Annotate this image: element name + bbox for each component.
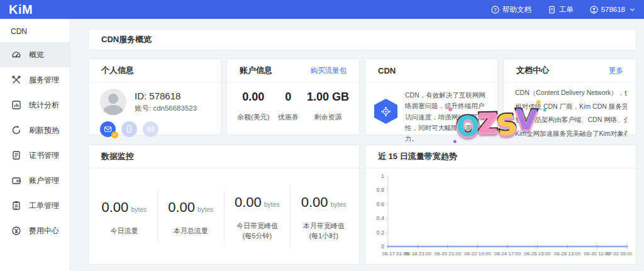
doc-link-item[interactable]: 相对传统 CDN 厂商，Kim CDN 服务完全实现全自... [515, 103, 627, 110]
ticket-label: 工单 [559, 5, 574, 14]
certificate-icon [11, 150, 21, 160]
avatar [100, 89, 126, 115]
sidebar-item-label: 概览 [29, 50, 44, 60]
buy-traffic-pack-link[interactable]: 购买流量包 [311, 66, 347, 75]
more-docs-link[interactable]: 更多 [609, 66, 623, 75]
coupon-value: 0 [273, 91, 303, 104]
svg-text:06-26 15:00: 06-26 15:00 [524, 251, 551, 257]
trend-chart-title: 近 15 日流量带宽趋势 [378, 151, 457, 162]
email-verified-icon[interactable]: ✓ [100, 121, 116, 137]
doc-center-title: 文档中心 [516, 65, 549, 76]
month-peak-sublabel: (每1小时) [291, 231, 357, 241]
user-menu[interactable]: 578618 [590, 6, 635, 14]
phone-icon[interactable] [121, 121, 137, 137]
sidebar-item-service-mgmt[interactable]: 服务管理 [0, 67, 70, 92]
sidebar-item-refresh[interactable]: 刷新预热 [0, 118, 70, 143]
svg-text:1: 1 [381, 173, 384, 179]
user-account-text: 账号: cdn56683523 [135, 104, 197, 113]
sidebar-item-label: 工单管理 [29, 201, 59, 211]
remaining-resource-value: 1.00 GB [307, 91, 349, 104]
today-peak-value: 0.00 [235, 194, 262, 210]
coupon-label: 优惠券 [273, 113, 303, 122]
sidebar-item-overview[interactable]: 概览 [0, 42, 70, 67]
svg-text:06-22 19:00: 06-22 19:00 [464, 251, 491, 257]
svg-text:06-18 23:00: 06-18 23:00 [404, 251, 431, 257]
question-circle-icon: ? [491, 6, 499, 14]
top-header: KiM ? 帮助文档 工单 578618 [0, 0, 644, 19]
svg-text:07-02 09:00: 07-02 09:00 [606, 251, 632, 257]
month-peak-value: 0.00 [301, 194, 328, 210]
ticket-button[interactable]: 工单 [548, 5, 574, 14]
doc-center-card: 文档中心 更多 CDN（Content Delivery Network），也即… [503, 58, 636, 135]
sidebar-item-label: 账户管理 [29, 175, 59, 186]
month-traffic-stat: 0.00bytes 本月总流量 [158, 191, 225, 243]
sidebar-section-label: CDN [0, 19, 70, 42]
data-monitor-card: 数据监控 0.00bytes 今日流量 0.00bytes 本月总流量 0.00… [88, 145, 360, 265]
svg-text:06-28 13:00: 06-28 13:00 [554, 251, 581, 257]
svg-text:0.4: 0.4 [376, 215, 384, 221]
svg-text:?: ? [494, 7, 497, 13]
balance-stat: 0.00 余额(美元) [237, 91, 269, 122]
balance-label: 余额(美元) [237, 113, 269, 122]
today-traffic-stat: 0.00bytes 今日流量 [91, 191, 158, 243]
month-traffic-value: 0.00 [168, 199, 195, 215]
doc-link-item[interactable]: 整个产品架构由客户端、CDN 网络、企业源站、... [515, 116, 627, 123]
sidebar-item-label: 刷新预热 [29, 125, 59, 136]
cdn-hexagon-icon [374, 99, 397, 124]
month-peak-label: 本月带宽峰值 [291, 221, 357, 231]
svg-text:0.6: 0.6 [376, 201, 384, 207]
today-traffic-value: 0.00 [101, 199, 128, 215]
remaining-resource-stat: 1.00 GB 剩余资源 [307, 91, 349, 122]
balance-value: 0.00 [237, 91, 269, 104]
today-peak-sublabel: (每5分钟) [225, 231, 291, 241]
month-traffic-label: 本月总流量 [158, 226, 224, 236]
sidebar: CDN 概览 服务管理 统计分析 刷新预热 证书管理 账户管理 [0, 19, 70, 271]
document-icon [548, 6, 556, 14]
svg-text:06-20 21:00: 06-20 21:00 [435, 251, 462, 257]
cdn-card-title: CDN [378, 66, 396, 75]
cdn-product-card: CDN CDN，有效解决了互联网网络拥塞问题，提升终端用户访问速度，增强网站的可… [365, 58, 498, 135]
cdn-description: CDN，有效解决了互联网网络拥塞问题，提升终端用户访问速度，增强网站的可用性，同… [405, 90, 490, 145]
remaining-resource-label: 剩余资源 [307, 113, 349, 122]
app-logo: KiM [9, 3, 33, 16]
coupon-stat: 0 优惠券 [273, 91, 303, 122]
user-id: 578618 [601, 6, 625, 13]
svg-text:0: 0 [381, 243, 384, 250]
help-docs-label: 帮助文档 [502, 5, 531, 14]
svg-text:0.8: 0.8 [376, 187, 384, 193]
today-peak-label: 今日带宽峰值 [225, 221, 291, 231]
trend-chart: 00.20.40.60.8106-17 01:0006-18 23:0006-2… [369, 171, 632, 263]
sidebar-item-label: 费用中心 [29, 226, 59, 236]
idcard-icon[interactable] [143, 121, 158, 137]
today-traffic-label: 今日流量 [91, 226, 157, 236]
sidebar-item-label: 服务管理 [29, 75, 59, 86]
bar-chart-icon [11, 100, 21, 110]
sidebar-item-billing[interactable]: 费用中心 [0, 218, 70, 243]
svg-text:06-24 17:00: 06-24 17:00 [494, 251, 521, 257]
page-title: CDN服务概览 [88, 29, 636, 50]
personal-info-title: 个人信息 [101, 65, 134, 76]
sidebar-item-label: 统计分析 [29, 100, 59, 111]
sidebar-item-worksheets[interactable]: 工单管理 [0, 193, 70, 218]
wallet-icon [11, 175, 21, 185]
sidebar-item-stats[interactable]: 统计分析 [0, 92, 70, 118]
tools-icon [11, 75, 21, 85]
data-monitor-title: 数据监控 [101, 151, 134, 162]
doc-link-item[interactable]: CDN（Content Delivery Network），也即内容分发... [515, 89, 627, 96]
month-traffic-unit: bytes [197, 206, 213, 213]
billing-icon [11, 226, 21, 236]
today-peak-unit: bytes [264, 201, 280, 208]
svg-text:0.2: 0.2 [376, 230, 384, 236]
account-info-title: 账户信息 [240, 65, 272, 76]
today-traffic-unit: bytes [131, 206, 147, 213]
month-peak-stat: 0.00bytes 本月带宽峰值(每1小时) [291, 185, 357, 248]
user-circle-icon [590, 6, 598, 14]
sidebar-item-account-mgmt[interactable]: 账户管理 [0, 168, 70, 193]
help-docs-button[interactable]: ? 帮助文档 [491, 5, 531, 14]
refresh-icon [11, 125, 21, 135]
sidebar-item-certificates[interactable]: 证书管理 [0, 143, 70, 168]
today-peak-stat: 0.00bytes 今日带宽峰值(每5分钟) [225, 185, 291, 248]
doc-link-item[interactable]: Kim全网加速服务完美融合了Kim对象存储和 CDN ... [515, 130, 627, 137]
personal-info-card: 个人信息 ID: 578618 账号: cdn56683523 ✓ [88, 58, 221, 135]
verified-badge-icon: ✓ [111, 131, 118, 138]
